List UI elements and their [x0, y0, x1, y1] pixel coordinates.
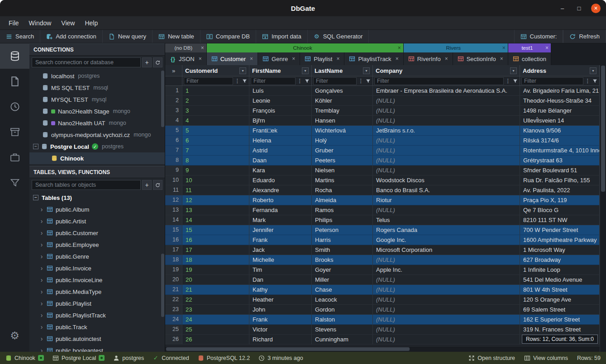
close-icon[interactable]: × [398, 45, 401, 51]
status-3-minutes-ago[interactable]: 3 minutes ago [258, 355, 303, 361]
filter-input-lastname[interactable] [313, 77, 357, 85]
grid-cell[interactable]: 14 [182, 215, 249, 225]
row-number[interactable]: 18 [165, 255, 182, 265]
filter-input-address[interactable] [521, 77, 583, 85]
table-row[interactable]: 2222HeatherLeacock(NULL)120 S Orange Ave [165, 295, 600, 305]
chevron-right-icon[interactable]: › [39, 241, 44, 248]
tab-customer[interactable]: Customer× [207, 52, 258, 65]
tables-panel-header[interactable]: TABLES, VIEWS, FUNCTIONS [29, 166, 165, 178]
connection-olympus-medportal-vychozi-cz[interactable]: olympus-medportal.vychozi.czmongo [29, 129, 165, 141]
nav-files-button[interactable] [0, 69, 29, 94]
grid-cell[interactable]: Cunningham [312, 335, 373, 344]
grid-cell[interactable]: Roberto [249, 195, 312, 205]
row-number[interactable]: 20 [165, 275, 182, 284]
grid-cell[interactable]: Philips [312, 215, 373, 225]
filter-input-firstname[interactable] [251, 77, 296, 85]
grid-cell[interactable]: Leonie [249, 96, 312, 105]
grid-cell[interactable]: Nielsen [312, 165, 373, 175]
chevron-right-icon[interactable]: › [39, 347, 44, 352]
add-connection-plus-button[interactable]: + [142, 57, 152, 67]
grid-cell[interactable]: Wichterlová [312, 126, 373, 135]
row-number[interactable]: 23 [165, 305, 182, 314]
grid-cell[interactable]: (NULL) [373, 205, 520, 215]
collapse-icon[interactable]: − [33, 195, 38, 200]
tab-riverinfo[interactable]: RiverInfo× [404, 52, 453, 65]
tables-group-header[interactable]: −Tables (13) [29, 192, 165, 203]
table-row[interactable]: 1414MarkPhilipsTelus8210 111 ST NW [165, 215, 600, 225]
table-row[interactable]: 1111AlexandreRochaBanco do Brasil S.A.Av… [165, 185, 600, 195]
row-number[interactable]: 14 [165, 215, 182, 225]
toolbar-search[interactable]: Search [0, 30, 40, 43]
grid-cell[interactable]: Google Inc. [373, 235, 520, 245]
table-row[interactable]: 66HelenaHolý(NULL)Rilská 3174/6 [165, 136, 600, 146]
db-group-header-rivers[interactable]: Rivers× [404, 43, 508, 52]
add-table-plus-button[interactable]: + [142, 180, 152, 190]
filter-input-customerid[interactable] [184, 77, 233, 85]
filter-menu-icon[interactable]: ⋮ [297, 78, 303, 84]
grid-cell[interactable]: 541 Del Medio Avenue [520, 275, 600, 284]
column-header-address[interactable]: Address▾ [520, 65, 600, 76]
grid-cell[interactable]: Alexandre [249, 185, 312, 195]
column-dropdown-icon[interactable]: ▾ [510, 67, 517, 74]
status-chinook[interactable]: Chinook [5, 355, 44, 361]
grid-cell[interactable]: Peeters [312, 156, 373, 165]
table-row[interactable]: 1515JenniferPetersonRogers Canada700 W P… [165, 225, 600, 235]
minimize-button[interactable]: – [558, 4, 567, 13]
table-row[interactable]: 33FrançoisTremblay(NULL)1498 rue Bélange… [165, 106, 600, 116]
grid-cell[interactable]: Michelle [249, 255, 312, 265]
grid-cell[interactable]: Ramos [312, 205, 373, 215]
maximize-button[interactable]: □ [574, 4, 584, 13]
tab-collection[interactable]: collection [508, 52, 551, 65]
row-number[interactable]: 5 [165, 126, 182, 135]
chevron-right-icon[interactable]: › [39, 217, 44, 225]
table-public-invoiceline[interactable]: ›public.InvoiceLine [29, 274, 165, 286]
table-row[interactable]: 55Franti□ekWichterlováJetBrains s.r.o.Kl… [165, 126, 600, 136]
grid-cell[interactable]: Richard [249, 335, 312, 344]
grid-cell[interactable]: (NULL) [373, 165, 520, 175]
row-number[interactable]: 21 [165, 285, 182, 294]
vertical-scrollbar[interactable] [600, 65, 606, 352]
table-row[interactable]: 1616FrankHarrisGoogle Inc.1600 Amphithea… [165, 235, 600, 245]
row-number[interactable]: 7 [165, 146, 182, 155]
table-public-album[interactable]: ›public.Album [29, 203, 165, 215]
grid-cell[interactable]: 8 [182, 156, 249, 165]
table-row[interactable]: 1818MichelleBrooks(NULL)627 Broadway [165, 255, 600, 265]
table-row[interactable]: 2424FrankRalston(NULL)162 E Superior Str… [165, 315, 600, 325]
grid-cell[interactable]: Astrid [249, 146, 312, 155]
grid-cell[interactable]: Stevens [312, 325, 373, 334]
grid-cell[interactable]: 20 [182, 275, 249, 284]
grid-cell[interactable]: 700 W Pender Street [520, 225, 600, 235]
table-row[interactable]: 2525VictorStevens(NULL)319 N. Frances St… [165, 325, 600, 335]
row-number[interactable]: 25 [165, 325, 182, 334]
nav-archive-button[interactable] [0, 119, 29, 145]
column-header-customerid[interactable]: CustomerId▾ [182, 65, 249, 76]
connection-nano2health-uat[interactable]: Nano2Health UATmongo [29, 117, 165, 129]
sidebar-scrollbar[interactable] [161, 71, 164, 127]
grid-cell[interactable]: 627 Broadway [520, 255, 600, 265]
filter-funnel-icon[interactable] [365, 79, 371, 84]
grid-cell[interactable]: (NULL) [373, 106, 520, 115]
grid-cell[interactable]: 120 S Orange Ave [520, 295, 600, 304]
toolbar-sql-generator[interactable]: ⚙SQL Generator [308, 30, 369, 43]
grid-cell[interactable]: Ralston [312, 315, 373, 324]
connection-mysql-test[interactable]: MYSQL TESTmysql [29, 94, 165, 105]
table-public-mediatype[interactable]: ›public.MediaType [29, 286, 165, 298]
filter-funnel-icon[interactable] [592, 79, 598, 84]
grid-cell[interactable]: Av. Paulista, 2022 [520, 185, 600, 195]
grid-cell[interactable]: Mark [249, 215, 312, 225]
grid-cell[interactable]: 13 [182, 205, 249, 215]
row-number[interactable]: 19 [165, 265, 182, 274]
row-number[interactable]: 3 [165, 106, 182, 115]
close-icon[interactable]: × [292, 56, 295, 62]
grid-cell[interactable]: (NULL) [373, 285, 520, 294]
row-number[interactable]: 6 [165, 136, 182, 145]
grid-cell[interactable]: François [249, 106, 312, 115]
column-header-lastname[interactable]: LastName▾ [312, 65, 373, 76]
table-row[interactable]: 1313FernandaRamos(NULL)Qe 7 Bloco G [165, 205, 600, 215]
db-group-header-no-db[interactable]: (no DB)× [165, 43, 207, 52]
grid-cell[interactable]: 12 [182, 195, 249, 205]
row-number[interactable]: 26 [165, 335, 182, 344]
table-row[interactable]: 2020DanMiller(NULL)541 Del Medio Avenue [165, 275, 600, 285]
grid-cell[interactable]: Victor [249, 325, 312, 334]
status-connected[interactable]: ✓Connected [153, 355, 189, 361]
